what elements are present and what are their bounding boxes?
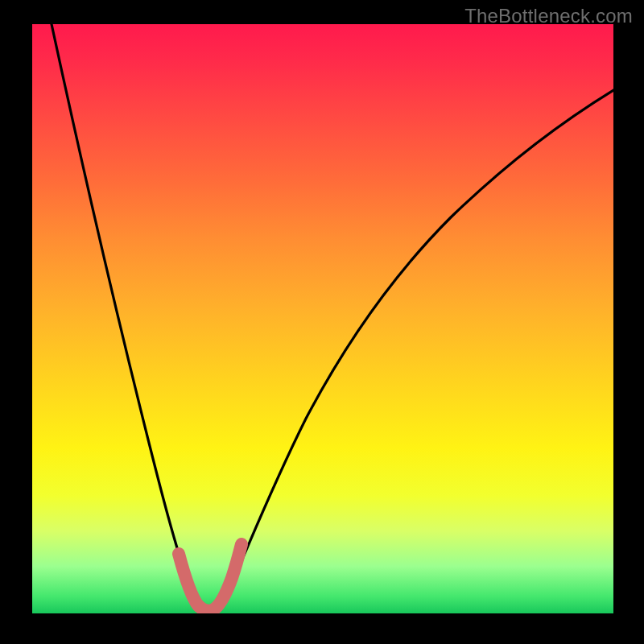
optimal-range-highlight [179,544,242,611]
bottleneck-curve [32,24,613,613]
plot-area [32,24,613,613]
curve-path [52,24,613,611]
chart-frame: TheBottleneck.com [0,0,644,644]
